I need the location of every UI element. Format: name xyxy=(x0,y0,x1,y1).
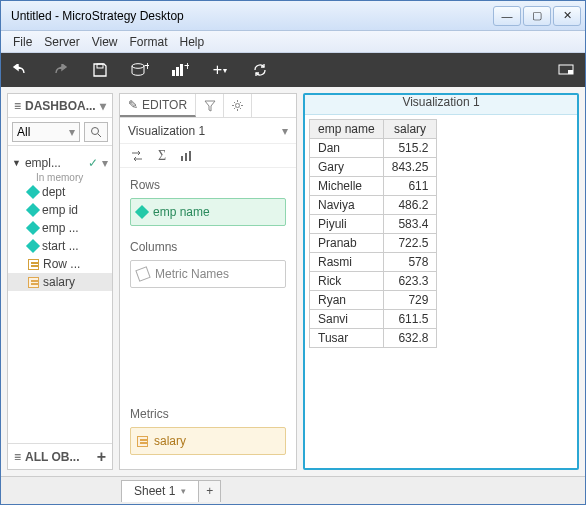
sidebar-filters: All▾ xyxy=(8,118,112,146)
toolbar: + + +▾ xyxy=(1,53,585,87)
col-header-name[interactable]: emp name xyxy=(310,120,384,139)
menu-format[interactable]: Format xyxy=(129,35,167,49)
bottom-bar: Sheet 1▾ + xyxy=(1,476,585,504)
cell-name: Rasmi xyxy=(310,253,384,272)
search-button[interactable] xyxy=(84,122,108,142)
tree-item-label: dept xyxy=(42,185,65,199)
app-window: Untitled - MicroStrategy Desktop — ▢ ✕ F… xyxy=(0,0,586,505)
svg-point-11 xyxy=(236,104,240,108)
tag-icon xyxy=(135,266,150,281)
sigma-icon[interactable]: Σ xyxy=(158,148,166,164)
cell-name: Sanvi xyxy=(310,310,384,329)
viz-icon[interactable]: + xyxy=(171,61,189,79)
col-header-salary[interactable]: salary xyxy=(383,120,437,139)
cell-salary: 729 xyxy=(383,291,437,310)
window-title: Untitled - MicroStrategy Desktop xyxy=(11,9,491,23)
metric-icon xyxy=(137,436,148,447)
cell-name: Pranab xyxy=(310,234,384,253)
editor-icons: Σ xyxy=(120,144,296,168)
metrics-label: Metrics xyxy=(130,407,286,421)
rows-chip: emp name xyxy=(153,205,210,219)
cell-salary: 611.5 xyxy=(383,310,437,329)
columns-dropzone[interactable]: Metric Names xyxy=(130,260,286,288)
cell-salary: 486.2 xyxy=(383,196,437,215)
refresh-icon[interactable] xyxy=(251,61,269,79)
cell-salary: 623.3 xyxy=(383,272,437,291)
table-row[interactable]: Pranab722.5 xyxy=(310,234,437,253)
svg-rect-8 xyxy=(568,70,573,74)
svg-text:+: + xyxy=(184,63,189,73)
table-row[interactable]: Michelle611 xyxy=(310,177,437,196)
tree-item[interactable]: start ... xyxy=(8,237,112,255)
menu-server[interactable]: Server xyxy=(44,35,79,49)
metrics-section: Metrics salary xyxy=(120,397,296,469)
editor-tab[interactable]: ✎EDITOR xyxy=(120,94,196,117)
save-icon[interactable] xyxy=(91,61,109,79)
diamond-icon xyxy=(26,221,40,235)
menu-view[interactable]: View xyxy=(92,35,118,49)
cell-salary: 843.25 xyxy=(383,158,437,177)
svg-rect-13 xyxy=(185,153,187,161)
menu-help[interactable]: Help xyxy=(180,35,205,49)
close-button[interactable]: ✕ xyxy=(553,6,581,26)
tree-item[interactable]: emp id xyxy=(8,201,112,219)
cell-salary: 632.8 xyxy=(383,329,437,348)
redo-icon[interactable] xyxy=(51,61,69,79)
sheet-tab[interactable]: Sheet 1▾ xyxy=(121,480,199,502)
swap-icon[interactable] xyxy=(130,150,144,162)
table-row[interactable]: Dan515.2 xyxy=(310,139,437,158)
table-row[interactable]: Naviya486.2 xyxy=(310,196,437,215)
tree-item-label: start ... xyxy=(42,239,79,253)
add-sheet-button[interactable]: + xyxy=(199,480,221,502)
cell-salary: 515.2 xyxy=(383,139,437,158)
cell-salary: 611 xyxy=(383,177,437,196)
table-row[interactable]: Piyuli583.4 xyxy=(310,215,437,234)
cell-name: Piyuli xyxy=(310,215,384,234)
viz-body: emp name salary Dan515.2Gary843.25Michel… xyxy=(305,115,577,468)
all-objects-button[interactable]: ≡ALL OB...+ xyxy=(8,443,112,469)
menubar: File Server View Format Help xyxy=(1,31,585,53)
table-row[interactable]: Rasmi578 xyxy=(310,253,437,272)
menu-file[interactable]: File xyxy=(13,35,32,49)
metrics-dropzone[interactable]: salary xyxy=(130,427,286,455)
svg-text:+: + xyxy=(144,63,149,73)
diamond-icon xyxy=(26,239,40,253)
rows-label: Rows xyxy=(130,178,286,192)
tree-item[interactable]: emp ... xyxy=(8,219,112,237)
diamond-icon xyxy=(135,205,149,219)
viz-title-row[interactable]: Visualization 1▾ xyxy=(120,118,296,144)
filter-all-dropdown[interactable]: All▾ xyxy=(12,122,80,142)
tree-item-label: emp id xyxy=(42,203,78,217)
table-row[interactable]: Rick623.3 xyxy=(310,272,437,291)
columns-section: Columns Metric Names xyxy=(120,230,296,292)
present-icon[interactable] xyxy=(557,61,575,79)
settings-tab[interactable] xyxy=(224,94,252,117)
minimize-button[interactable]: — xyxy=(493,6,521,26)
table-row[interactable]: Ryan729 xyxy=(310,291,437,310)
editor-tabs: ✎EDITOR xyxy=(120,94,296,118)
sidebar: ≡DASHBOA...▾ All▾ ▼empl... ✓▾ In memory … xyxy=(7,93,113,470)
undo-icon[interactable] xyxy=(11,61,29,79)
tree-item[interactable]: Row ... xyxy=(8,255,112,273)
editor-panel: ✎EDITOR Visualization 1▾ Σ Rows emp name xyxy=(119,93,297,470)
dataset-group[interactable]: ▼empl... ✓▾ xyxy=(8,154,112,172)
tree-item-label: emp ... xyxy=(42,221,79,235)
rows-dropzone[interactable]: emp name xyxy=(130,198,286,226)
svg-rect-4 xyxy=(176,67,179,76)
tree-item[interactable]: salary xyxy=(8,273,112,291)
data-icon[interactable]: + xyxy=(131,61,149,79)
content-area: ≡DASHBOA...▾ All▾ ▼empl... ✓▾ In memory … xyxy=(1,87,585,476)
table-row[interactable]: Tusar632.8 xyxy=(310,329,437,348)
diamond-icon xyxy=(26,203,40,217)
tree-item-label: Row ... xyxy=(43,257,80,271)
add-icon[interactable]: +▾ xyxy=(211,61,229,79)
rows-section: Rows emp name xyxy=(120,168,296,230)
table-row[interactable]: Sanvi611.5 xyxy=(310,310,437,329)
svg-point-1 xyxy=(132,64,144,69)
filter-tab[interactable] xyxy=(196,94,224,117)
tree-item[interactable]: dept xyxy=(8,183,112,201)
chart-icon[interactable] xyxy=(180,150,192,162)
table-row[interactable]: Gary843.25 xyxy=(310,158,437,177)
svg-rect-5 xyxy=(180,64,183,76)
maximize-button[interactable]: ▢ xyxy=(523,6,551,26)
